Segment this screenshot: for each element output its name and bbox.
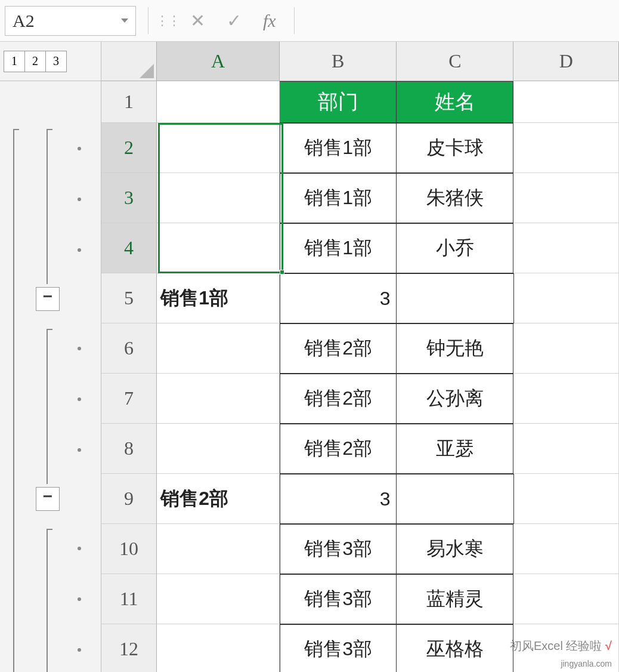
outline-line	[47, 129, 52, 130]
row-header-8[interactable]: 8	[101, 424, 157, 474]
row-header-12[interactable]: 12	[101, 624, 157, 672]
grid-pane: A B C D 1 部门 姓名 2 销售1部 皮卡球	[101, 42, 619, 672]
confirm-icon[interactable]: ✓	[227, 10, 242, 31]
cell-C1[interactable]: 姓名	[397, 81, 513, 123]
outline-line	[13, 129, 14, 672]
cell-D5[interactable]	[514, 273, 619, 323]
cell-D2[interactable]	[513, 123, 619, 173]
table-row: 10 销售3部 易水寒	[101, 524, 619, 574]
outline-dot-icon	[78, 547, 81, 550]
table-row: 5 销售1部 3	[101, 273, 619, 323]
row-header-5[interactable]: 5	[101, 273, 157, 323]
cell-A6[interactable]	[157, 323, 280, 374]
table-row: 8 销售2部 亚瑟	[101, 424, 619, 474]
cell-A9[interactable]: 销售2部	[157, 474, 280, 524]
name-box[interactable]: A2	[5, 6, 136, 36]
row-header-7[interactable]: 7	[101, 374, 157, 424]
row-header-6[interactable]: 6	[101, 323, 157, 374]
cell-B10[interactable]: 销售3部	[280, 524, 397, 574]
cell-B8[interactable]: 销售2部	[280, 424, 397, 474]
col-header-C[interactable]: C	[397, 42, 513, 81]
cell-B5[interactable]: 3	[280, 273, 397, 323]
cell-D4[interactable]	[513, 223, 619, 273]
cell-B12[interactable]: 销售3部	[280, 624, 397, 672]
cell-B4[interactable]: 销售1部	[280, 223, 397, 273]
cell-B2[interactable]: 销售1部	[280, 123, 397, 173]
outline-level-1[interactable]: 1	[4, 51, 25, 72]
cell-A11[interactable]	[157, 574, 280, 624]
cell-A3[interactable]	[157, 173, 280, 223]
outline-dot-icon	[78, 147, 81, 150]
cell-A10[interactable]	[157, 524, 280, 574]
cell-A4[interactable]	[157, 223, 280, 273]
cell-A12[interactable]	[157, 624, 280, 672]
outline-line	[13, 129, 19, 130]
cell-D11[interactable]	[513, 574, 619, 624]
row-header-3[interactable]: 3	[101, 173, 157, 223]
cell-B3[interactable]: 销售1部	[280, 173, 397, 223]
cell-C2[interactable]: 皮卡球	[397, 123, 513, 173]
table-row: 11 销售3部 蓝精灵	[101, 574, 619, 624]
cell-C8[interactable]: 亚瑟	[397, 424, 513, 474]
cell-C6[interactable]: 钟无艳	[397, 323, 513, 374]
row-header-9[interactable]: 9	[101, 474, 157, 524]
cell-D7[interactable]	[513, 374, 619, 424]
outline-body: − −	[0, 81, 101, 672]
cell-C11[interactable]: 蓝精灵	[397, 574, 513, 624]
row-header-11[interactable]: 11	[101, 574, 157, 624]
row-header-4[interactable]: 4	[101, 223, 157, 273]
dropdown-arrow-icon[interactable]	[121, 19, 128, 23]
outline-collapse-button[interactable]: −	[36, 287, 60, 311]
drag-handle-icon[interactable]: ⋮⋮	[156, 19, 179, 23]
cell-A2[interactable]	[157, 123, 280, 173]
watermark-url: jingyanla.com	[561, 659, 612, 668]
cell-D8[interactable]	[513, 424, 619, 474]
cell-D10[interactable]	[513, 524, 619, 574]
check-icon: √	[605, 639, 612, 652]
cell-B1[interactable]: 部门	[280, 81, 397, 123]
outline-dot-icon	[78, 397, 81, 401]
cell-A5[interactable]: 销售1部	[157, 273, 280, 323]
outline-line	[47, 529, 52, 530]
cell-C9[interactable]	[397, 474, 513, 524]
fx-icon[interactable]: fx	[263, 11, 276, 31]
cell-B9[interactable]: 3	[280, 474, 397, 524]
watermark: 初风Excel 经验啦 √	[510, 638, 612, 654]
name-box-value: A2	[13, 11, 35, 31]
cell-B7[interactable]: 销售2部	[280, 374, 397, 424]
cell-A1[interactable]	[157, 81, 280, 123]
outline-level-3[interactable]: 3	[45, 51, 67, 72]
sheet-area: 1 2 3 − −	[0, 42, 619, 672]
row-header-1[interactable]: 1	[101, 81, 157, 123]
outline-dot-icon	[78, 597, 81, 601]
cell-C4[interactable]: 小乔	[397, 223, 513, 273]
column-headers: A B C D	[101, 42, 619, 81]
cell-B11[interactable]: 销售3部	[280, 574, 397, 624]
col-header-D[interactable]: D	[513, 42, 619, 81]
cell-D3[interactable]	[513, 173, 619, 223]
outline-dot-icon	[78, 347, 81, 350]
outline-level-2[interactable]: 2	[24, 51, 46, 72]
select-all-corner[interactable]	[101, 42, 157, 81]
cell-C12[interactable]: 巫格格	[397, 624, 513, 672]
cell-C10[interactable]: 易水寒	[397, 524, 513, 574]
formula-input[interactable]	[302, 6, 619, 36]
outline-line	[47, 329, 52, 330]
cell-B6[interactable]: 销售2部	[280, 323, 397, 374]
row-header-10[interactable]: 10	[101, 524, 157, 574]
cancel-icon[interactable]: ✕	[190, 10, 205, 31]
cell-A7[interactable]	[157, 374, 280, 424]
outline-pane: 1 2 3 − −	[0, 42, 101, 672]
cell-D6[interactable]	[513, 323, 619, 374]
outline-collapse-button[interactable]: −	[36, 487, 60, 511]
col-header-A[interactable]: A	[157, 42, 280, 81]
cell-C5[interactable]	[397, 273, 513, 323]
cell-D1[interactable]	[513, 81, 619, 123]
cell-D9[interactable]	[514, 474, 619, 524]
row-header-2[interactable]: 2	[101, 123, 157, 173]
table-row: 9 销售2部 3	[101, 474, 619, 524]
cell-A8[interactable]	[157, 424, 280, 474]
cell-C7[interactable]: 公孙离	[397, 374, 513, 424]
cell-C3[interactable]: 朱猪侠	[397, 173, 513, 223]
col-header-B[interactable]: B	[280, 42, 397, 81]
